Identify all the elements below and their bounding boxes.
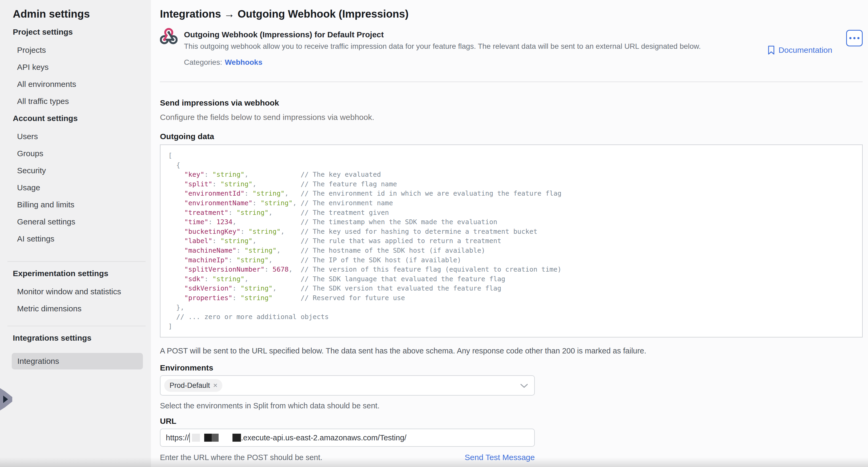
post-note: A POST will be sent to the URL specified… — [160, 346, 863, 355]
sidebar-item-api-keys[interactable]: API keys — [17, 62, 151, 72]
sidebar-item-general-settings[interactable]: General settings — [17, 216, 151, 227]
sidebar-item-integrations[interactable]: Integrations — [12, 353, 143, 369]
environment-tag: Prod-Default× — [164, 379, 222, 392]
more-options-button[interactable] — [846, 30, 863, 46]
section-divider — [160, 82, 863, 82]
environments-select[interactable]: Prod-Default× — [160, 375, 535, 396]
main-content: Integrations → Outgoing Webhook (Impress… — [151, 0, 868, 467]
sidebar-section-label-integrations-settings: Integrations settings — [13, 333, 151, 343]
categories-row: Categories:Webhooks — [184, 58, 767, 67]
integration-info: Outgoing Webhook (Impressions) for Defau… — [184, 27, 767, 67]
sidebar-item-ai-settings[interactable]: AI settings — [17, 234, 151, 244]
outgoing-data-code: [ { "key": "string", // The key evaluate… — [160, 145, 863, 338]
url-prefix: https:// — [166, 433, 189, 442]
environment-tag-label: Prod-Default — [169, 381, 210, 390]
url-label: URL — [160, 416, 863, 426]
integration-description: This outgoing webhook allow you to recei… — [184, 41, 767, 51]
url-input[interactable]: https://.execute-api.us-east-2.amazonaws… — [160, 429, 535, 447]
sidebar-item-all-traffic-types[interactable]: All traffic types — [17, 96, 151, 106]
sidebar-item-projects[interactable]: Projects — [17, 45, 151, 56]
integration-title: Outgoing Webhook (Impressions) for Defau… — [184, 29, 767, 40]
redacted-block — [212, 434, 219, 442]
chevron-down-icon — [520, 384, 528, 388]
sidebar-item-all-environments[interactable]: All environments — [17, 79, 151, 90]
environments-tags: Prod-Default× — [164, 379, 222, 392]
chevron-right-icon — [3, 396, 8, 403]
sidebar-section-label-experimentation-settings: Experimentation settings — [13, 268, 151, 279]
sidebar-item-usage[interactable]: Usage — [17, 182, 151, 193]
categories-links: Webhooks — [222, 58, 262, 66]
url-suffix: .execute-api.us-east-2.amazonaws.com/Tes… — [241, 433, 407, 442]
redacted-block — [192, 434, 200, 442]
redacted-gap — [219, 434, 232, 442]
bookmark-icon — [767, 45, 775, 55]
sidebar-item-groups[interactable]: Groups — [17, 148, 151, 159]
category-link-webhooks[interactable]: Webhooks — [225, 58, 262, 66]
sidebar-divider — [7, 326, 146, 326]
sidebar-section-label-project-settings: Project settings — [13, 27, 151, 37]
sidebar-item-users[interactable]: Users — [17, 131, 151, 142]
redacted-block — [232, 434, 241, 442]
sidebar-collapse-handle[interactable] — [0, 388, 12, 410]
url-help: Enter the URL where the POST should be s… — [160, 453, 322, 462]
text-caret — [189, 433, 190, 442]
categories-label: Categories: — [184, 58, 222, 66]
url-help-row: Enter the URL where the POST should be s… — [160, 453, 535, 462]
redacted-block — [204, 434, 212, 442]
sidebar-section-label-account-settings: Account settings — [13, 113, 151, 124]
sidebar-item-billing-and-limits[interactable]: Billing and limits — [17, 199, 151, 210]
admin-settings-sidebar: Admin settings Project settingsProjectsA… — [0, 0, 151, 467]
sidebar-item-security[interactable]: Security — [17, 165, 151, 176]
remove-environment-icon[interactable]: × — [213, 381, 218, 390]
webhook-logo-icon — [160, 27, 178, 44]
sidebar-title: Admin settings — [13, 7, 151, 20]
ellipsis-icon — [849, 37, 851, 39]
sidebar-item-monitor-window-and-statistics[interactable]: Monitor window and statistics — [17, 286, 151, 297]
documentation-link[interactable]: Documentation — [767, 34, 832, 67]
documentation-label: Documentation — [778, 45, 832, 55]
sidebar-item-metric-dimensions[interactable]: Metric dimensions — [17, 303, 151, 314]
send-test-message-link[interactable]: Send Test Message — [465, 453, 535, 462]
section-subtitle: Configure the fields below to send impre… — [160, 113, 863, 122]
outgoing-data-label: Outgoing data — [160, 131, 863, 142]
sidebar-sections: Project settingsProjectsAPI keysAll envi… — [0, 27, 151, 369]
environments-help: Select the environments in Split from wh… — [160, 401, 863, 410]
section-title: Send impressions via webhook — [160, 98, 863, 108]
sidebar-divider — [7, 261, 146, 262]
environments-label: Environments — [160, 363, 863, 373]
breadcrumb: Integrations → Outgoing Webhook (Impress… — [160, 7, 863, 20]
integration-info-row: Outgoing Webhook (Impressions) for Defau… — [160, 27, 863, 67]
